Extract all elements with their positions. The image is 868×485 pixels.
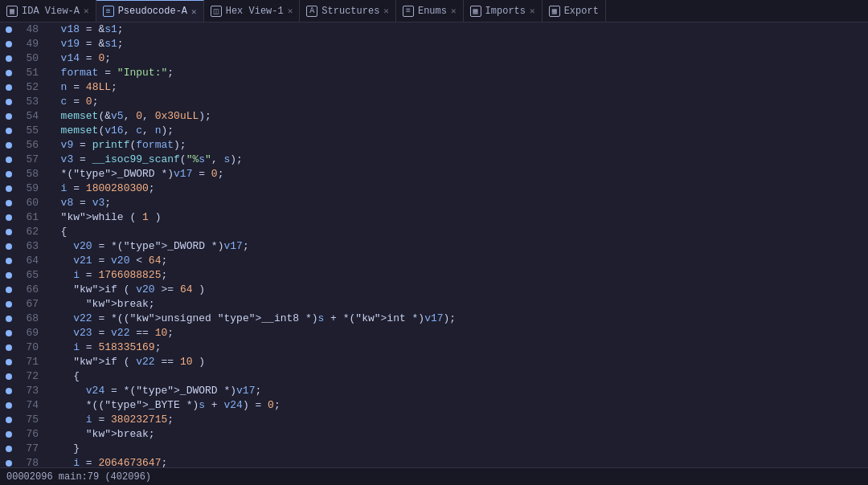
code-content[interactable]: format = "Input:"; bbox=[45, 66, 868, 80]
line-number: 78 bbox=[16, 456, 45, 467]
breakpoint-dot-col[interactable] bbox=[0, 181, 16, 196]
breakpoint-dot-col[interactable] bbox=[0, 124, 16, 138]
breakpoint-dot-col[interactable] bbox=[0, 340, 16, 355]
breakpoint-dot-col[interactable] bbox=[0, 427, 16, 442]
breakpoint-dot bbox=[6, 431, 12, 438]
code-content[interactable]: v8 = v3; bbox=[45, 196, 868, 210]
code-line: 76 "kw">break; bbox=[0, 427, 868, 442]
code-content[interactable]: i = 518335169; bbox=[45, 340, 868, 355]
tab-exports[interactable]: ▦ Export bbox=[542, 0, 606, 22]
breakpoint-dot bbox=[6, 330, 12, 336]
code-content[interactable]: c = 0; bbox=[45, 95, 868, 109]
breakpoint-dot-col[interactable] bbox=[0, 66, 16, 80]
code-content[interactable]: n = 48LL; bbox=[45, 80, 868, 95]
code-content[interactable]: v18 = &s1; bbox=[45, 22, 868, 37]
line-number: 52 bbox=[16, 80, 45, 95]
breakpoint-dot-col[interactable] bbox=[0, 355, 16, 369]
code-content[interactable]: } bbox=[45, 442, 868, 456]
breakpoint-dot-col[interactable] bbox=[0, 167, 16, 181]
tab-close-imports[interactable]: ✕ bbox=[530, 6, 535, 16]
breakpoint-dot-col[interactable] bbox=[0, 268, 16, 283]
code-content[interactable]: v3 = __isoc99_scanf("%s", s); bbox=[45, 153, 868, 167]
breakpoint-dot-col[interactable] bbox=[0, 51, 16, 66]
line-number: 55 bbox=[16, 124, 45, 138]
tab-pseudocode-a[interactable]: ≡ Pseudocode-A ✕ bbox=[96, 0, 204, 22]
breakpoint-dot-col[interactable] bbox=[0, 37, 16, 51]
code-content[interactable]: { bbox=[45, 369, 868, 384]
breakpoint-dot-col[interactable] bbox=[0, 239, 16, 254]
code-content[interactable]: i = 1766088825; bbox=[45, 268, 868, 283]
code-content[interactable]: "kw">break; bbox=[45, 297, 868, 312]
breakpoint-dot-col[interactable] bbox=[0, 283, 16, 297]
breakpoint-dot-col[interactable] bbox=[0, 153, 16, 167]
code-content[interactable]: v24 = *("type">_DWORD *)v17; bbox=[45, 384, 868, 398]
line-number: 54 bbox=[16, 109, 45, 124]
code-content[interactable]: v9 = printf(format); bbox=[45, 138, 868, 153]
breakpoint-dot-col[interactable] bbox=[0, 95, 16, 109]
code-content[interactable]: memset(v16, c, n); bbox=[45, 124, 868, 138]
tab-close-struct[interactable]: ✕ bbox=[383, 6, 389, 16]
breakpoint-dot-col[interactable] bbox=[0, 384, 16, 398]
code-content[interactable]: v21 = v20 < 64; bbox=[45, 254, 868, 268]
breakpoint-dot-col[interactable] bbox=[0, 138, 16, 153]
breakpoint-dot-col[interactable] bbox=[0, 254, 16, 268]
code-line: 67 "kw">break; bbox=[0, 297, 868, 312]
code-content[interactable]: v20 = *("type">_DWORD *)v17; bbox=[45, 239, 868, 254]
code-content[interactable]: i = 380232715; bbox=[45, 413, 868, 427]
tab-label: Export bbox=[564, 6, 599, 17]
breakpoint-dot-col[interactable] bbox=[0, 398, 16, 413]
breakpoint-dot bbox=[6, 446, 12, 452]
line-number: 65 bbox=[16, 268, 45, 283]
tab-imports[interactable]: ▦ Imports ✕ bbox=[464, 0, 542, 22]
code-line: 58 *("type">_DWORD *)v17 = 0; bbox=[0, 167, 868, 181]
tab-close-enums[interactable]: ✕ bbox=[451, 6, 457, 16]
code-content[interactable]: i = 2064673647; bbox=[45, 456, 868, 467]
line-number: 74 bbox=[16, 398, 45, 413]
line-number: 57 bbox=[16, 153, 45, 167]
breakpoint-dot-col[interactable] bbox=[0, 326, 16, 340]
code-content[interactable]: v23 = v22 == 10; bbox=[45, 326, 868, 340]
tab-close-pseudo[interactable]: ✕ bbox=[191, 6, 197, 17]
breakpoint-dot-col[interactable] bbox=[0, 312, 16, 326]
tab-close-hex[interactable]: ✕ bbox=[288, 6, 293, 16]
tab-bar: ▦ IDA View-A ✕ ≡ Pseudocode-A ✕ ◫ Hex Vi… bbox=[0, 0, 868, 22]
code-content[interactable]: "kw">break; bbox=[45, 427, 868, 442]
code-content[interactable]: "kw">if ( v20 >= 64 ) bbox=[45, 283, 868, 297]
code-content[interactable]: v22 = *(("kw">unsigned "type">__int8 *)s… bbox=[45, 312, 868, 326]
breakpoint-dot-col[interactable] bbox=[0, 369, 16, 384]
breakpoint-dot-col[interactable] bbox=[0, 210, 16, 225]
code-content[interactable]: *(("type">_BYTE *)s + v24) = 0; bbox=[45, 398, 868, 413]
code-content[interactable]: *("type">_DWORD *)v17 = 0; bbox=[45, 167, 868, 181]
breakpoint-dot-col[interactable] bbox=[0, 456, 16, 467]
code-content[interactable]: v14 = 0; bbox=[45, 51, 868, 66]
code-content[interactable]: memset(&v5, 0, 0x30uLL); bbox=[45, 109, 868, 124]
breakpoint-dot-col[interactable] bbox=[0, 109, 16, 124]
line-number: 73 bbox=[16, 384, 45, 398]
breakpoint-dot-col[interactable] bbox=[0, 80, 16, 95]
code-content[interactable]: v19 = &s1; bbox=[45, 37, 868, 51]
code-content[interactable]: "kw">while ( 1 ) bbox=[45, 210, 868, 225]
code-content[interactable]: i = 1800280300; bbox=[45, 181, 868, 196]
tab-structures[interactable]: A Structures ✕ bbox=[300, 0, 396, 22]
line-number: 62 bbox=[16, 225, 45, 239]
status-bar: 00002096 main:79 (402096) bbox=[0, 467, 868, 485]
breakpoint-dot-col[interactable] bbox=[0, 297, 16, 312]
breakpoint-dot-col[interactable] bbox=[0, 442, 16, 456]
breakpoint-dot-col[interactable] bbox=[0, 225, 16, 239]
breakpoint-dot-col[interactable] bbox=[0, 196, 16, 210]
code-content[interactable]: { bbox=[45, 225, 868, 239]
line-number: 50 bbox=[16, 51, 45, 66]
tab-ida-view-a[interactable]: ▦ IDA View-A ✕ bbox=[0, 0, 96, 22]
breakpoint-dot bbox=[6, 417, 12, 423]
tab-enums[interactable]: ≡ Enums ✕ bbox=[396, 0, 464, 22]
code-content[interactable]: "kw">if ( v22 == 10 ) bbox=[45, 355, 868, 369]
tab-close-ida[interactable]: ✕ bbox=[84, 6, 89, 16]
breakpoint-dot bbox=[6, 157, 12, 163]
breakpoint-dot-col[interactable] bbox=[0, 413, 16, 427]
tab-hex-view-1[interactable]: ◫ Hex View-1 ✕ bbox=[204, 0, 301, 22]
breakpoint-dot-col[interactable] bbox=[0, 22, 16, 37]
hex-view-icon: ◫ bbox=[211, 6, 222, 17]
breakpoint-dot bbox=[6, 243, 12, 250]
breakpoint-dot bbox=[6, 200, 12, 206]
breakpoint-dot bbox=[6, 26, 12, 33]
